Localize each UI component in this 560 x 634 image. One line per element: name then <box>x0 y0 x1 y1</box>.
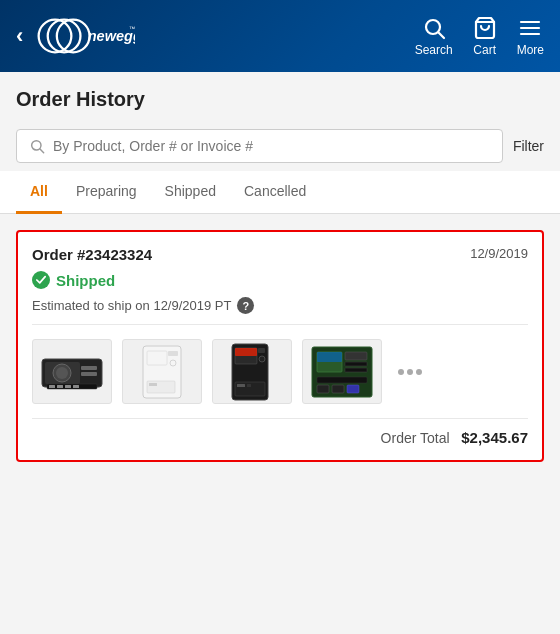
svg-point-16 <box>56 367 68 379</box>
svg-rect-42 <box>345 362 367 366</box>
nav-more[interactable]: More <box>517 16 544 57</box>
svg-rect-44 <box>317 377 367 383</box>
svg-rect-33 <box>258 348 265 353</box>
order-date: 12/9/2019 <box>470 246 528 261</box>
page-title-area: Order History <box>0 72 560 121</box>
svg-rect-41 <box>345 352 367 360</box>
more-items-indicator <box>392 369 428 375</box>
search-icon <box>422 16 446 40</box>
menu-icon <box>518 16 542 40</box>
checkmark-icon <box>36 275 46 285</box>
svg-rect-18 <box>81 372 97 376</box>
svg-rect-43 <box>345 368 367 372</box>
case-white-svg <box>135 343 190 401</box>
search-bar-area: Filter <box>0 121 560 171</box>
order-card: Order #23423324 12/9/2019 Shipped Estima… <box>16 230 544 462</box>
header-left: ‹ newegg ™ <box>16 14 135 58</box>
svg-rect-46 <box>332 385 344 393</box>
svg-rect-21 <box>57 385 63 388</box>
svg-point-34 <box>259 356 265 362</box>
product-img-case-white[interactable] <box>122 339 202 404</box>
product-images <box>18 325 542 418</box>
header-nav: Search Cart More <box>415 16 544 57</box>
search-input-icon <box>29 138 45 154</box>
order-footer: Order Total $2,345.67 <box>18 419 542 460</box>
order-status: Shipped <box>18 267 542 293</box>
order-eta: Estimated to ship on 12/9/2019 PT ? <box>18 293 542 324</box>
svg-rect-32 <box>235 348 257 356</box>
orders-content: Order #23423324 12/9/2019 Shipped Estima… <box>0 214 560 478</box>
gpu-svg <box>37 344 107 399</box>
order-total-amount: $2,345.67 <box>461 429 528 446</box>
dot-2 <box>407 369 413 375</box>
back-button[interactable]: ‹ <box>16 25 23 47</box>
dot-3 <box>416 369 422 375</box>
filter-button[interactable]: Filter <box>513 138 544 154</box>
svg-rect-45 <box>317 385 329 393</box>
svg-rect-26 <box>168 351 178 356</box>
svg-rect-36 <box>237 384 245 387</box>
eta-label: Estimated to ship on 12/9/2019 PT <box>32 298 231 313</box>
svg-rect-17 <box>81 366 97 370</box>
tab-all[interactable]: All <box>16 171 62 214</box>
svg-rect-37 <box>247 384 251 387</box>
svg-line-12 <box>40 149 44 153</box>
tab-cancelled[interactable]: Cancelled <box>230 171 320 214</box>
svg-rect-40 <box>317 352 342 362</box>
status-text: Shipped <box>56 272 115 289</box>
order-total-label: Order Total <box>381 430 450 446</box>
search-input[interactable] <box>53 138 490 154</box>
help-icon[interactable]: ? <box>237 297 254 314</box>
svg-rect-28 <box>147 381 175 393</box>
status-shipped-icon <box>32 271 50 289</box>
dot-1 <box>398 369 404 375</box>
nav-search[interactable]: Search <box>415 16 453 57</box>
order-number: Order #23423324 <box>32 246 152 263</box>
tab-shipped[interactable]: Shipped <box>151 171 230 214</box>
svg-text:™: ™ <box>129 25 135 32</box>
nav-more-label: More <box>517 43 544 57</box>
nav-cart-label: Cart <box>473 43 496 57</box>
nav-cart[interactable]: Cart <box>473 16 497 57</box>
svg-rect-23 <box>73 385 79 388</box>
svg-rect-22 <box>65 385 71 388</box>
tabs: All Preparing Shipped Cancelled <box>0 171 560 214</box>
cart-icon <box>473 16 497 40</box>
svg-rect-47 <box>347 385 359 393</box>
tab-preparing[interactable]: Preparing <box>62 171 151 214</box>
search-wrapper <box>16 129 503 163</box>
logo[interactable]: newegg ™ <box>35 14 135 58</box>
product-img-case-black[interactable] <box>212 339 292 404</box>
svg-point-0 <box>39 20 72 53</box>
order-card-header: Order #23423324 12/9/2019 <box>18 232 542 267</box>
svg-line-6 <box>438 32 444 38</box>
product-img-gpu[interactable] <box>32 339 112 404</box>
svg-point-1 <box>48 20 81 53</box>
product-img-motherboard[interactable] <box>302 339 382 404</box>
svg-point-2 <box>57 20 90 53</box>
svg-rect-20 <box>49 385 55 388</box>
newegg-logo-svg: newegg ™ <box>35 14 135 58</box>
page-title: Order History <box>16 88 544 111</box>
svg-rect-29 <box>149 383 157 386</box>
motherboard-svg <box>307 342 377 402</box>
case-black-svg <box>222 342 282 402</box>
header: ‹ newegg ™ Search <box>0 0 560 72</box>
nav-search-label: Search <box>415 43 453 57</box>
